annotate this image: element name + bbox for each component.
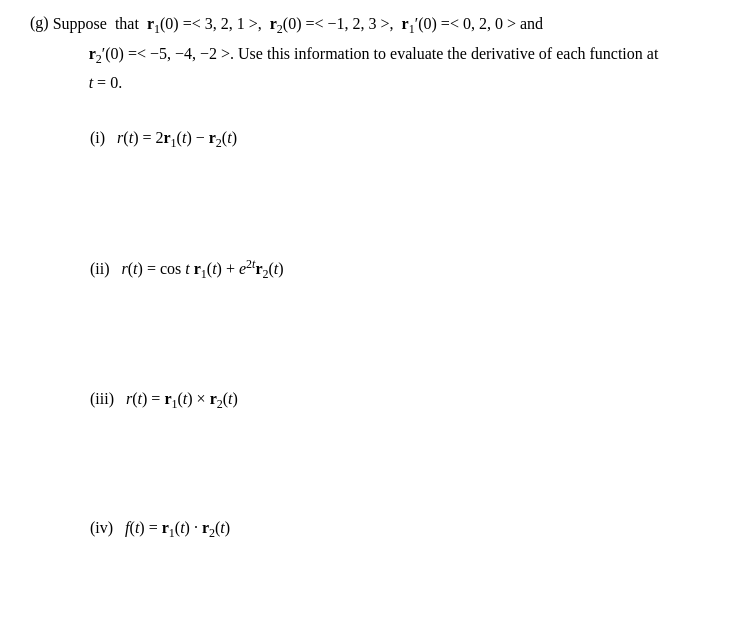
subproblem-i: (i) r(t) = 2r1(t) − r2(t) [30,124,712,154]
part-iii-formula: r(t) = r1(t) × r2(t) [126,390,238,407]
part-ii-label: (ii) [90,260,118,277]
part-i-formula: r(t) = 2r1(t) − r2(t) [117,129,237,146]
header-line2: r2′(0) =< −5, −4, −2 >. Use this informa… [53,40,712,70]
problem-header: (g) Suppose that r1(0) =< 3, 2, 1 >, r2(… [30,10,712,96]
header-line3: t = 0. [53,69,712,96]
part-iii-label: (iii) [90,390,122,407]
problem-label: (g) [30,10,49,96]
header-text: Suppose that r1(0) =< 3, 2, 1 >, r2(0) =… [53,10,712,96]
subproblem-iv: (iv) f(t) = r1(t) · r2(t) [30,514,712,544]
header-line1: Suppose that r1(0) =< 3, 2, 1 >, r2(0) =… [53,10,712,40]
subproblem-iii: (iii) r(t) = r1(t) × r2(t) [30,385,712,415]
instruction-text: Use this information to evaluate the der… [238,45,658,62]
part-ii-formula: r(t) = cos t r1(t) + e2tr2(t) [122,260,284,277]
part-iv-label: (iv) [90,519,121,536]
part-iv-formula: f(t) = r1(t) · r2(t) [125,519,230,536]
r2-value: r2(0) =< −1, 2, 3 >, [270,10,394,40]
that-text: that [115,10,139,37]
r2prime-value: r2′(0) =< −5, −4, −2 >. [89,45,234,62]
r1prime-value: r1′(0) =< 0, 2, 0 > and [402,10,543,40]
subproblem-ii: (ii) r(t) = cos t r1(t) + e2tr2(t) [30,254,712,285]
suppose-text: Suppose [53,10,107,37]
problem-container: (g) Suppose that r1(0) =< 3, 2, 1 >, r2(… [30,10,712,544]
part-i-label: (i) [90,129,113,146]
r1-value: r1(0) =< 3, 2, 1 >, [147,10,262,40]
t-equals: t = 0. [89,74,122,91]
